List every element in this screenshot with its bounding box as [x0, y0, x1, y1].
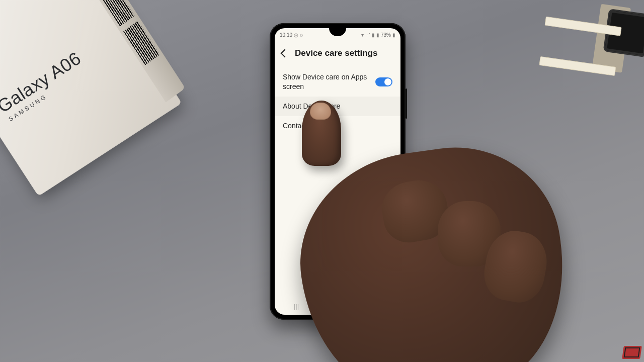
setting-about-device-care[interactable]: About Device care: [275, 97, 400, 116]
battery-icon: ▮: [392, 32, 395, 38]
app-bar: Device care settings: [275, 40, 400, 67]
navigation-bar: ||| ○ ‹: [275, 301, 400, 312]
desk-scene: Galaxy A06 SAMSUNG 10:10 ◎ ⌾ ▾ ⋰: [0, 0, 644, 362]
product-box: Galaxy A06 SAMSUNG: [0, 0, 182, 196]
setting-contact-us[interactable]: Contact us: [275, 116, 400, 136]
location-icon: ◎: [294, 32, 298, 38]
page-title: Device care settings: [295, 48, 377, 58]
alarm-icon: ⌾: [300, 32, 303, 38]
box-model-label: Galaxy A06: [0, 48, 85, 117]
phone-screen: 10:10 ◎ ⌾ ▾ ⋰ ▮ ▮ 73% ▮ Device care sett…: [275, 28, 400, 315]
signal-icon: ▮: [376, 32, 379, 38]
setting-label: Contact us: [283, 121, 316, 131]
volte-icon: ⋰: [365, 32, 370, 38]
signal-icon: ▮: [372, 32, 375, 38]
knuckle: [480, 227, 551, 307]
power-button[interactable]: [406, 88, 407, 119]
wifi-icon: ▾: [361, 32, 364, 38]
toggle-on-icon[interactable]: [375, 77, 392, 86]
status-time: 10:10: [280, 32, 292, 38]
setting-label: Show Device care on Apps screen: [283, 72, 368, 92]
setting-show-on-apps[interactable]: Show Device care on Apps screen: [275, 67, 400, 97]
recents-icon[interactable]: |||: [294, 303, 299, 310]
knuckle: [438, 201, 501, 266]
setting-label: About Device care: [283, 102, 340, 111]
barcode: [98, 0, 135, 26]
home-icon[interactable]: ○: [337, 303, 341, 310]
back-icon[interactable]: [281, 49, 289, 58]
nav-back-icon[interactable]: ‹: [379, 303, 381, 310]
channel-logo: [622, 346, 642, 359]
status-battery: 73%: [381, 32, 391, 38]
phone-frame: 10:10 ◎ ⌾ ▾ ⋰ ▮ ▮ 73% ▮ Device care sett…: [270, 23, 406, 320]
box-side: [67, 0, 185, 103]
barcode: [123, 21, 160, 65]
rig-prop: [518, 0, 644, 92]
